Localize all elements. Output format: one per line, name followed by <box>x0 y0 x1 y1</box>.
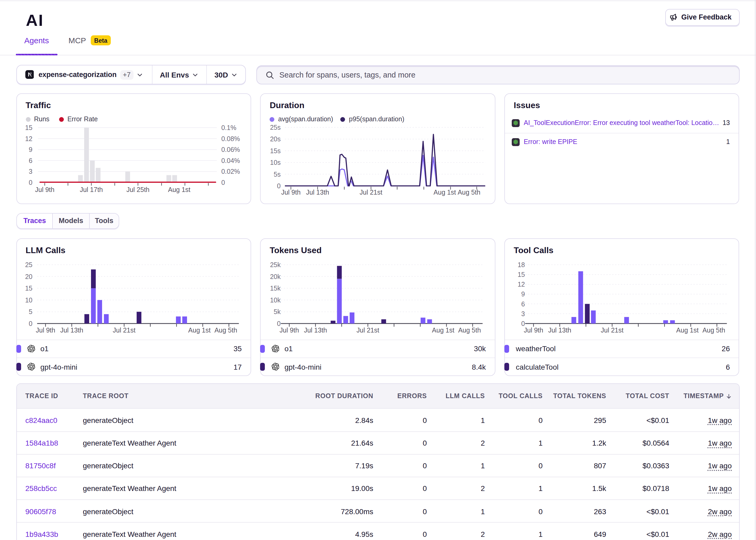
svg-text:0.06%: 0.06% <box>221 146 240 153</box>
svg-text:0: 0 <box>277 320 281 327</box>
svg-text:Jul 21st: Jul 21st <box>113 327 135 334</box>
svg-text:Jul 9th: Jul 9th <box>524 327 543 334</box>
svg-text:Aug 5th: Aug 5th <box>458 189 480 196</box>
svg-text:25: 25 <box>25 261 32 268</box>
svg-text:10s: 10s <box>270 159 281 166</box>
svg-text:0.1%: 0.1% <box>221 124 236 131</box>
svg-text:5: 5 <box>29 308 32 315</box>
svg-text:Jul 9th: Jul 9th <box>35 186 54 193</box>
svg-text:20s: 20s <box>270 135 281 143</box>
svg-text:Aug 5th: Aug 5th <box>458 327 481 334</box>
svg-text:0: 0 <box>521 320 525 327</box>
svg-text:Jul 21st: Jul 21st <box>360 189 382 196</box>
svg-text:9: 9 <box>521 291 525 298</box>
svg-text:10k: 10k <box>270 296 281 304</box>
svg-text:5s: 5s <box>274 171 281 178</box>
svg-text:6: 6 <box>521 300 525 308</box>
svg-text:25s: 25s <box>270 124 281 131</box>
svg-text:Jul 9th: Jul 9th <box>281 189 301 196</box>
svg-text:5k: 5k <box>274 308 281 315</box>
svg-text:Aug 1st: Aug 1st <box>188 327 211 334</box>
svg-text:0.04%: 0.04% <box>221 157 240 164</box>
svg-text:18: 18 <box>518 261 525 268</box>
svg-text:Jul 9th: Jul 9th <box>36 327 55 334</box>
svg-text:0: 0 <box>221 179 225 186</box>
svg-text:0.08%: 0.08% <box>221 135 240 142</box>
svg-text:Aug 1st: Aug 1st <box>434 189 456 196</box>
svg-text:Jul 17th: Jul 17th <box>79 186 103 193</box>
svg-text:0: 0 <box>29 179 32 186</box>
svg-text:Jul 13th: Jul 13th <box>60 327 83 334</box>
svg-text:3: 3 <box>521 310 525 318</box>
svg-text:Jul 13th: Jul 13th <box>306 189 330 196</box>
svg-text:Aug 5th: Aug 5th <box>702 327 725 334</box>
svg-text:Aug 1st: Aug 1st <box>676 327 698 334</box>
svg-text:Jul 25th: Jul 25th <box>126 186 149 193</box>
svg-text:6: 6 <box>29 157 32 164</box>
svg-text:0.02%: 0.02% <box>221 168 240 175</box>
svg-text:15: 15 <box>25 285 32 292</box>
svg-text:Jul 21st: Jul 21st <box>601 327 623 334</box>
svg-text:3: 3 <box>29 168 32 175</box>
svg-text:Aug 5th: Aug 5th <box>214 327 237 334</box>
svg-text:15k: 15k <box>270 285 281 292</box>
svg-text:25k: 25k <box>270 261 281 268</box>
svg-text:10: 10 <box>25 296 32 304</box>
svg-text:12: 12 <box>518 281 525 288</box>
svg-text:Jul 21st: Jul 21st <box>357 327 379 334</box>
svg-text:15: 15 <box>25 124 32 131</box>
svg-text:0: 0 <box>29 320 32 327</box>
svg-text:12: 12 <box>25 135 32 142</box>
svg-text:0: 0 <box>277 182 281 190</box>
svg-text:Aug 1st: Aug 1st <box>432 327 454 334</box>
svg-text:Aug 1st: Aug 1st <box>168 186 190 193</box>
svg-text:Jul 13th: Jul 13th <box>548 327 571 334</box>
svg-text:20: 20 <box>25 273 32 280</box>
svg-text:Jul 13th: Jul 13th <box>304 327 327 334</box>
svg-text:Jul 9th: Jul 9th <box>280 327 299 334</box>
svg-text:15s: 15s <box>270 147 281 155</box>
svg-text:20k: 20k <box>270 273 281 280</box>
svg-text:9: 9 <box>29 146 32 153</box>
svg-text:15: 15 <box>518 271 525 278</box>
